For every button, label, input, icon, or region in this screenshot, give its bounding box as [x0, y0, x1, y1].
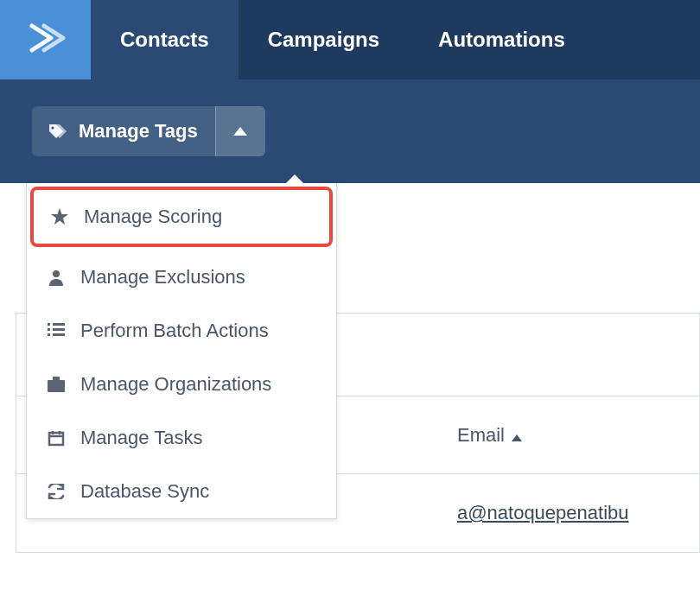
caret-up-icon — [233, 124, 247, 139]
star-icon — [48, 208, 72, 225]
dropdown-item-label: Manage Tasks — [80, 427, 202, 449]
svg-rect-2 — [48, 323, 50, 326]
top-nav: Contacts Campaigns Automations — [0, 0, 700, 79]
svg-point-1 — [53, 270, 60, 277]
tab-contacts[interactable]: Contacts — [91, 0, 239, 79]
svg-rect-10 — [49, 433, 63, 445]
sync-icon — [44, 484, 68, 499]
briefcase-icon — [44, 377, 68, 392]
dropdown-item-label: Perform Batch Actions — [80, 320, 269, 342]
svg-rect-3 — [53, 323, 65, 326]
chevron-arrow-icon — [25, 17, 67, 62]
dropdown-item-perform-batch-actions[interactable]: Perform Batch Actions — [27, 304, 336, 358]
dropdown-item-database-sync[interactable]: Database Sync — [27, 465, 336, 518]
dropdown-item-manage-organizations[interactable]: Manage Organizations — [27, 358, 336, 411]
person-icon — [44, 269, 68, 286]
dropdown-item-label: Manage Exclusions — [80, 266, 245, 288]
manage-dropdown: Manage Scoring Manage Exclusions Perform… — [26, 183, 337, 519]
dropdown-item-label: Database Sync — [80, 480, 209, 503]
svg-point-0 — [52, 127, 54, 130]
svg-rect-6 — [48, 333, 50, 336]
manage-tags-caret[interactable] — [215, 106, 265, 156]
manage-tags-button[interactable]: Manage Tags — [32, 106, 265, 156]
dropdown-item-manage-scoring[interactable]: Manage Scoring — [30, 187, 333, 247]
svg-rect-9 — [48, 380, 65, 392]
app-logo[interactable] — [0, 0, 91, 79]
svg-rect-4 — [48, 328, 50, 331]
sub-header: Manage Tags — [0, 79, 700, 183]
tab-automations[interactable]: Automations — [409, 0, 595, 79]
dropdown-item-label: Manage Scoring — [84, 206, 222, 228]
column-header-email[interactable]: Email — [457, 424, 505, 447]
svg-rect-5 — [53, 328, 65, 331]
list-icon — [44, 323, 68, 339]
tab-campaigns[interactable]: Campaigns — [239, 0, 409, 79]
email-cell[interactable]: a@natoquepenatibu — [457, 502, 629, 524]
svg-rect-7 — [53, 333, 65, 336]
manage-tags-label: Manage Tags — [79, 120, 198, 143]
dropdown-item-manage-tasks[interactable]: Manage Tasks — [27, 411, 336, 465]
svg-rect-8 — [53, 377, 60, 380]
nav-tabs: Contacts Campaigns Automations — [91, 0, 595, 79]
dropdown-item-label: Manage Organizations — [80, 373, 271, 396]
tags-icon — [48, 123, 68, 140]
manage-tags-main[interactable]: Manage Tags — [32, 120, 215, 143]
sort-asc-icon — [512, 424, 522, 447]
dropdown-item-manage-exclusions[interactable]: Manage Exclusions — [27, 250, 336, 304]
calendar-icon — [44, 429, 68, 447]
